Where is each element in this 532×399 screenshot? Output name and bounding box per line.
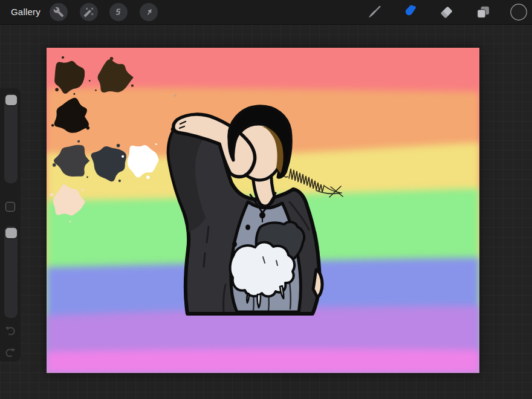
adjustments-button[interactable] [80, 3, 98, 21]
brush-size-slider[interactable] [4, 94, 18, 183]
selection-s-icon [113, 7, 124, 18]
top-toolbar: Gallery [0, 0, 532, 25]
paint-blob-splatter [118, 180, 121, 182]
erase-tool-button[interactable] [436, 2, 457, 22]
paint-blob-splatter [70, 221, 71, 222]
paint-blob-splatter [77, 140, 80, 143]
paint-blob-splatter [53, 163, 56, 167]
smudge-tool-button[interactable] [400, 2, 421, 22]
wrench-icon [53, 7, 64, 18]
paint-blob-splatter [82, 189, 84, 191]
necklace-pendant [260, 213, 265, 218]
jacket-button [245, 225, 250, 230]
modify-button[interactable] [5, 202, 15, 212]
stripe-pink [47, 349, 479, 373]
transform-button[interactable] [140, 3, 158, 21]
workspace-background [0, 24, 532, 399]
paint-blob-splatter [146, 175, 150, 179]
paint-blob-splatter [86, 177, 88, 178]
sidebar [0, 88, 21, 362]
paint-tool-button[interactable] [364, 2, 384, 22]
layers-icon [475, 4, 491, 21]
paintbrush-icon [366, 4, 383, 21]
paint-blob-splatter [155, 143, 157, 145]
actions-button[interactable] [50, 3, 68, 21]
transform-arrow-icon [143, 7, 154, 18]
layers-button[interactable] [473, 2, 493, 22]
color-swatch-icon [509, 2, 528, 22]
opacity-slider-handle[interactable] [5, 228, 17, 238]
opacity-slider[interactable] [4, 226, 18, 318]
procreate-window: Gallery [0, 0, 532, 399]
paint-blob-splatter [122, 155, 124, 158]
jacket-button [232, 242, 237, 247]
redo-arrow-icon [4, 346, 17, 359]
undo-arrow-icon [4, 324, 17, 337]
artwork [47, 48, 479, 373]
paint-blob-splatter [62, 56, 64, 59]
paint-blob-splatter [74, 93, 76, 95]
smudge-icon [402, 4, 419, 21]
paint-blob-splatter [131, 85, 134, 87]
paint-blob-splatter [86, 126, 90, 130]
shirt-design-light [230, 242, 295, 297]
paint-blob-splatter [110, 57, 114, 60]
paint-blob-splatter [51, 124, 54, 126]
paint-blob-splatter [55, 88, 59, 92]
magic-wand-icon [83, 7, 94, 18]
paint-blob-splatter [85, 162, 87, 164]
paint-speck [174, 94, 177, 97]
paint-blob-splatter [95, 89, 97, 91]
paint-blob-splatter [89, 80, 91, 82]
paint-blob-splatter [117, 144, 120, 148]
undo-button[interactable] [4, 324, 17, 337]
paint-blob-splatter [50, 193, 54, 196]
drawing-canvas[interactable] [47, 48, 479, 373]
figure-hand-right [313, 270, 322, 297]
brush-size-slider-handle[interactable] [5, 95, 17, 105]
gallery-button[interactable]: Gallery [11, 0, 41, 24]
color-button[interactable] [508, 2, 529, 22]
eraser-icon [438, 4, 455, 21]
selection-button[interactable] [109, 3, 128, 21]
redo-button[interactable] [4, 346, 17, 359]
